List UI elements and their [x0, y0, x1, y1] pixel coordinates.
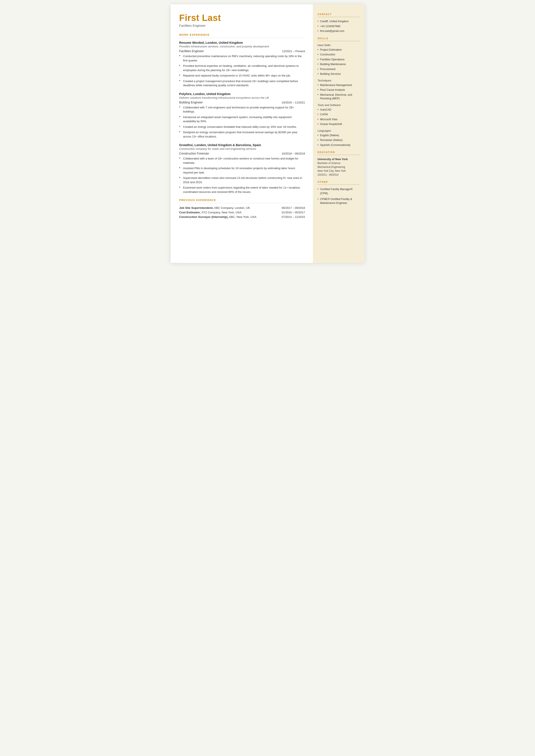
job-1-bullet-2: Provided technical expertise on heating,… — [179, 64, 305, 72]
name-title-block: First Last Facilities Engineer — [179, 13, 305, 27]
prev-exp-1-dates: 06/2017 – 09/2018 — [282, 206, 305, 210]
job-2-bullets: Collaborated with 7 civil engineers and … — [179, 105, 305, 139]
job-2-bullet-4: Designed an energy conservation program … — [179, 130, 305, 139]
work-experience-divider — [179, 38, 305, 38]
prev-exp-3-title-bold: Construction Surveyor (Internship), — [179, 215, 228, 218]
prev-exp-1-title-rest: ABC Company, London, UK — [213, 206, 250, 210]
job-2-title: Building Engineer — [179, 101, 203, 104]
language-2: Romanian (Native) — [318, 138, 360, 142]
job-3-dates: 10/2018 – 09/2019 — [282, 152, 305, 155]
prev-exp-2-dates: 01/2016 – 05/2017 — [282, 211, 305, 214]
contact-divider — [318, 17, 360, 17]
employer-1-name-rest: London, United Kingdom — [205, 41, 243, 44]
job-3-bullets: Collaborated with a team of 18+ construc… — [179, 156, 305, 194]
edu-field: Mechanical Engineering — [318, 165, 360, 169]
other-divider — [318, 184, 360, 185]
hard-skills-list: Project Estimation Construction Faciliti… — [318, 48, 360, 76]
hard-skills-label: Hard Skills: — [318, 44, 360, 47]
skills-section: SKILLS Hard Skills: Project Estimation C… — [318, 37, 360, 147]
tools-list: AutoCAD CAFM Microsoft Visio Oracle Peop… — [318, 108, 360, 126]
contact-list: Cardiff, United Kingdom +44 1234567890 f… — [318, 20, 360, 33]
techniques-list: Maintenance Management Root Cause Analys… — [318, 83, 360, 101]
language-1: English (Native) — [318, 134, 360, 137]
job-1-dates: 12/2021 – Present — [282, 49, 305, 53]
job-2-header: Building Engineer 10/2019 – 11/2021 — [179, 101, 305, 104]
main-column: First Last Facilities Engineer WORK EXPE… — [171, 4, 313, 263]
edu-school-name: University of New York — [318, 157, 360, 161]
tool-2: CAFM — [318, 113, 360, 117]
prev-exp-row-3: Construction Surveyor (Internship), ABC,… — [179, 215, 305, 218]
prev-exp-row-1: Job Site Superintendent, ABC Company, Lo… — [179, 206, 305, 210]
tool-4: Oracle PeopleSoft — [318, 123, 360, 126]
other-heading: OTHER — [318, 181, 360, 183]
hard-skill-2: Construction — [318, 53, 360, 57]
skills-divider — [318, 41, 360, 41]
job-2-dates: 10/2019 – 11/2021 — [282, 101, 305, 104]
edu-dates: 10/2011 - 06/2014 — [318, 173, 360, 177]
job-3-header: Construction Foreman 10/2018 – 09/2019 — [179, 152, 305, 155]
other-section: OTHER Certified Facility Manager® (CFM).… — [318, 181, 360, 205]
candidate-name: First Last — [179, 13, 305, 23]
contact-item-phone: +44 1234567890 — [318, 25, 360, 28]
employer-3-name-rest: London, United Kingdom & Barcelona, Spai… — [193, 143, 261, 147]
hard-skill-5: Procurement — [318, 68, 360, 71]
technique-3: Mechanical, Electrical, and Plumbing (ME… — [318, 93, 360, 101]
job-3-bullet-1: Collaborated with a team of 18+ construc… — [179, 156, 305, 165]
prev-exp-3-dates: 07/2014 – 12/2015 — [282, 215, 305, 218]
job-2-bullet-2: Introduced an integrated asset managemen… — [179, 115, 305, 124]
job-1-header: Facilities Engineer 12/2021 – Present — [179, 49, 305, 53]
job-2-bullet-1: Collaborated with 7 civil engineers and … — [179, 105, 305, 114]
job-1-title: Facilities Engineer — [179, 49, 204, 53]
employer-2-name: Polyhire, London, United Kingdom — [179, 92, 305, 96]
job-1-bullet-3: Repaired and replaced faulty components … — [179, 73, 305, 78]
employer-growthsi: Growthsi, London, United Kingdom & Barce… — [179, 143, 305, 194]
prev-exp-2-title-bold: Cost Estimator, — [179, 211, 201, 214]
prev-exp-3-title: Construction Surveyor (Internship), ABC,… — [179, 215, 257, 218]
tool-1: AutoCAD — [318, 108, 360, 112]
employer-2-name-bold: Polyhire, — [179, 92, 192, 96]
employer-1-tagline: Provides infrastructure services, constr… — [179, 45, 305, 48]
hard-skill-1: Project Estimation — [318, 48, 360, 52]
previous-exp-list: Job Site Superintendent, ABC Company, Lo… — [179, 206, 305, 218]
edu-item-1: University of New York Bachelor of Scien… — [318, 157, 360, 177]
employer-polyhire: Polyhire, London, United Kingdom Deliver… — [179, 92, 305, 139]
job-1-bullets: Conducted preventive maintenance on RW's… — [179, 54, 305, 88]
edu-degree: Bachelor of Science — [318, 161, 360, 165]
employer-2-name-rest: London, United Kingdom — [192, 92, 231, 96]
job-1-bullet-1: Conducted preventive maintenance on RW's… — [179, 54, 305, 63]
employer-3-name-bold: Growthsi, — [179, 143, 194, 147]
candidate-subtitle: Facilities Engineer — [179, 24, 305, 27]
hard-skill-6: Building Services — [318, 72, 360, 76]
contact-item-email: first.last@gmail.com — [318, 29, 360, 33]
hard-skill-3: Facilities Operations — [318, 58, 360, 62]
prev-exp-2-title: Cost Estimator, XYZ Company, New York, U… — [179, 211, 241, 214]
prev-exp-1-title: Job Site Superintendent, ABC Company, Lo… — [179, 206, 250, 210]
prev-exp-3-title-rest: ABC, New York, USA — [228, 215, 257, 218]
employer-resume-worded: Resume Worded, London, United Kingdom Pr… — [179, 41, 305, 88]
job-3-title: Construction Foreman — [179, 152, 209, 155]
previous-experience-divider — [179, 203, 305, 203]
employer-1-name: Resume Worded, London, United Kingdom — [179, 41, 305, 44]
work-experience-heading: WORK EXPERIENCE — [179, 33, 305, 37]
languages-list: English (Native) Romanian (Native) Spani… — [318, 134, 360, 147]
contact-section: CONTACT Cardiff, United Kingdom +44 1234… — [318, 13, 360, 33]
skills-heading: SKILLS — [318, 37, 360, 40]
education-heading: EDUCATION — [318, 151, 360, 154]
edu-location: New York City, New York — [318, 169, 360, 173]
tool-3: Microsoft Visio — [318, 118, 360, 122]
employer-1-name-bold: Resume Worded, — [179, 41, 205, 44]
job-3-bullet-4: Examined work orders from supervisors re… — [179, 185, 305, 194]
resume-container: First Last Facilities Engineer WORK EXPE… — [171, 4, 365, 263]
prev-exp-1-title-bold: Job Site Superintendent, — [179, 206, 213, 210]
job-3-bullet-2: Assisted PMs in developing schedules for… — [179, 166, 305, 175]
language-3: Spanish (Conversational) — [318, 143, 360, 147]
other-item-2: CFME® Certified Facility & Maintenance E… — [318, 197, 360, 205]
languages-label: Languages: — [318, 129, 360, 132]
technique-2: Root Cause Analysis — [318, 88, 360, 92]
employer-3-tagline: Construction company for roads and civil… — [179, 147, 305, 151]
tools-label: Tools and Software: — [318, 104, 360, 107]
employer-3-name: Growthsi, London, United Kingdom & Barce… — [179, 143, 305, 147]
previous-experience-heading: PREVIOUS EXPERIENCE — [179, 199, 305, 202]
prev-exp-row-2: Cost Estimator, XYZ Company, New York, U… — [179, 211, 305, 214]
job-1-bullet-4: Created a project management procedure t… — [179, 79, 305, 88]
